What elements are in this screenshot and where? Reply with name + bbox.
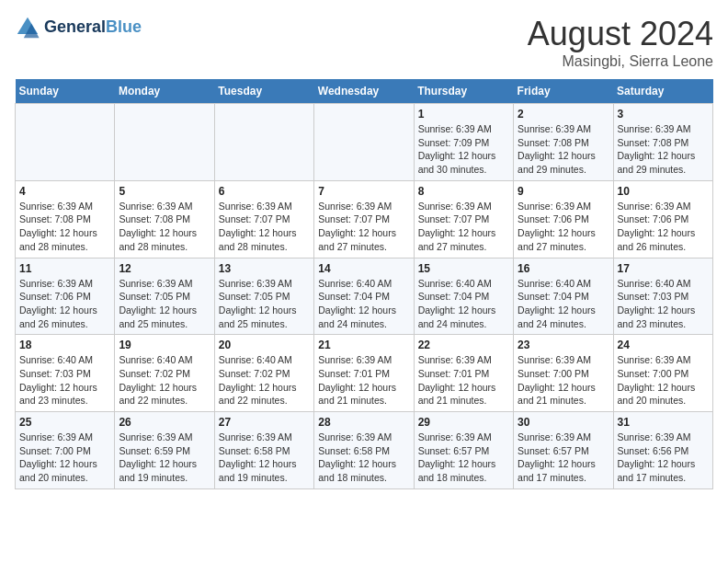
calendar-week-row: 4Sunrise: 6:39 AM Sunset: 7:08 PM Daylig… <box>16 180 713 258</box>
logo: GeneralBlue <box>15 15 142 40</box>
day-number: 14 <box>318 262 409 275</box>
calendar-week-row: 11Sunrise: 6:39 AM Sunset: 7:06 PM Dayli… <box>16 258 713 335</box>
calendar-cell: 2Sunrise: 6:39 AM Sunset: 7:08 PM Daylig… <box>514 104 613 181</box>
day-info: Sunrise: 6:40 AM Sunset: 7:03 PM Dayligh… <box>618 277 709 331</box>
month-year: August 2024 <box>528 15 713 53</box>
title-block: August 2024 Masingbi, Sierra Leone <box>528 15 713 70</box>
day-number: 8 <box>418 185 509 198</box>
day-number: 17 <box>618 262 709 275</box>
day-number: 18 <box>19 339 110 351</box>
day-number: 4 <box>19 185 110 198</box>
day-number: 23 <box>518 339 609 351</box>
day-info: Sunrise: 6:39 AM Sunset: 7:07 PM Dayligh… <box>219 200 310 254</box>
day-number: 24 <box>618 339 709 351</box>
day-number: 9 <box>518 185 609 198</box>
day-info: Sunrise: 6:39 AM Sunset: 7:06 PM Dayligh… <box>618 200 709 254</box>
day-info: Sunrise: 6:39 AM Sunset: 7:07 PM Dayligh… <box>418 200 509 254</box>
day-info: Sunrise: 6:40 AM Sunset: 7:02 PM Dayligh… <box>219 353 310 408</box>
calendar-cell: 30Sunrise: 6:39 AM Sunset: 6:57 PM Dayli… <box>514 412 613 489</box>
day-info: Sunrise: 6:40 AM Sunset: 7:03 PM Dayligh… <box>19 353 110 408</box>
calendar-cell: 21Sunrise: 6:39 AM Sunset: 7:01 PM Dayli… <box>314 335 414 412</box>
weekday-header: Saturday <box>613 79 712 104</box>
day-info: Sunrise: 6:39 AM Sunset: 6:58 PM Dayligh… <box>318 431 409 485</box>
day-number: 7 <box>318 185 409 198</box>
day-number: 16 <box>518 262 609 275</box>
calendar-cell <box>314 104 414 181</box>
calendar-cell: 13Sunrise: 6:39 AM Sunset: 7:05 PM Dayli… <box>214 258 313 335</box>
day-info: Sunrise: 6:39 AM Sunset: 6:57 PM Dayligh… <box>418 431 509 485</box>
day-info: Sunrise: 6:39 AM Sunset: 6:56 PM Dayligh… <box>618 431 709 485</box>
day-info: Sunrise: 6:40 AM Sunset: 7:04 PM Dayligh… <box>418 277 509 331</box>
day-number: 22 <box>418 339 509 351</box>
calendar-cell: 18Sunrise: 6:40 AM Sunset: 7:03 PM Dayli… <box>16 335 115 412</box>
calendar-week-row: 25Sunrise: 6:39 AM Sunset: 7:00 PM Dayli… <box>16 412 713 489</box>
weekday-header: Sunday <box>16 79 115 104</box>
day-info: Sunrise: 6:39 AM Sunset: 7:07 PM Dayligh… <box>318 200 409 254</box>
day-number: 26 <box>119 416 210 429</box>
calendar-cell: 9Sunrise: 6:39 AM Sunset: 7:06 PM Daylig… <box>514 180 613 258</box>
calendar-cell: 12Sunrise: 6:39 AM Sunset: 7:05 PM Dayli… <box>115 258 214 335</box>
day-info: Sunrise: 6:39 AM Sunset: 7:06 PM Dayligh… <box>518 200 609 254</box>
day-info: Sunrise: 6:39 AM Sunset: 6:57 PM Dayligh… <box>518 431 609 485</box>
day-info: Sunrise: 6:39 AM Sunset: 7:05 PM Dayligh… <box>119 277 210 331</box>
calendar-cell: 15Sunrise: 6:40 AM Sunset: 7:04 PM Dayli… <box>414 258 513 335</box>
calendar-cell: 22Sunrise: 6:39 AM Sunset: 7:01 PM Dayli… <box>414 335 513 412</box>
calendar-cell: 16Sunrise: 6:40 AM Sunset: 7:04 PM Dayli… <box>514 258 613 335</box>
day-info: Sunrise: 6:39 AM Sunset: 7:08 PM Dayligh… <box>19 200 110 254</box>
calendar-cell: 17Sunrise: 6:40 AM Sunset: 7:03 PM Dayli… <box>613 258 712 335</box>
calendar-cell: 27Sunrise: 6:39 AM Sunset: 6:58 PM Dayli… <box>214 412 313 489</box>
day-number: 2 <box>518 108 609 121</box>
day-number: 29 <box>418 416 509 429</box>
day-info: Sunrise: 6:39 AM Sunset: 6:58 PM Dayligh… <box>219 431 310 485</box>
day-info: Sunrise: 6:39 AM Sunset: 7:08 PM Dayligh… <box>618 122 709 177</box>
calendar-cell: 19Sunrise: 6:40 AM Sunset: 7:02 PM Dayli… <box>115 335 214 412</box>
day-info: Sunrise: 6:39 AM Sunset: 7:06 PM Dayligh… <box>19 277 110 331</box>
weekday-header-row: SundayMondayTuesdayWednesdayThursdayFrid… <box>16 79 713 104</box>
day-number: 19 <box>119 339 210 351</box>
day-info: Sunrise: 6:39 AM Sunset: 7:09 PM Dayligh… <box>418 122 509 177</box>
calendar-week-row: 18Sunrise: 6:40 AM Sunset: 7:03 PM Dayli… <box>16 335 713 412</box>
calendar-cell: 6Sunrise: 6:39 AM Sunset: 7:07 PM Daylig… <box>214 180 313 258</box>
day-number: 31 <box>618 416 709 429</box>
day-info: Sunrise: 6:40 AM Sunset: 7:04 PM Dayligh… <box>318 277 409 331</box>
day-number: 20 <box>219 339 310 351</box>
calendar-cell: 20Sunrise: 6:40 AM Sunset: 7:02 PM Dayli… <box>214 335 313 412</box>
day-info: Sunrise: 6:39 AM Sunset: 7:01 PM Dayligh… <box>318 353 409 408</box>
weekday-header: Friday <box>514 79 613 104</box>
day-info: Sunrise: 6:39 AM Sunset: 6:59 PM Dayligh… <box>119 431 210 485</box>
day-number: 27 <box>219 416 310 429</box>
page-header: GeneralBlue August 2024 Masingbi, Sierra… <box>15 15 713 70</box>
calendar-cell: 31Sunrise: 6:39 AM Sunset: 6:56 PM Dayli… <box>613 412 712 489</box>
day-number: 25 <box>19 416 110 429</box>
day-number: 12 <box>119 262 210 275</box>
day-info: Sunrise: 6:39 AM Sunset: 7:00 PM Dayligh… <box>19 431 110 485</box>
logo-icon <box>15 15 40 40</box>
calendar-week-row: 1Sunrise: 6:39 AM Sunset: 7:09 PM Daylig… <box>16 104 713 181</box>
location: Masingbi, Sierra Leone <box>528 53 713 70</box>
weekday-header: Monday <box>115 79 214 104</box>
calendar-cell <box>214 104 313 181</box>
weekday-header: Tuesday <box>214 79 313 104</box>
weekday-header: Thursday <box>414 79 513 104</box>
day-number: 13 <box>219 262 310 275</box>
day-number: 15 <box>418 262 509 275</box>
calendar-cell: 29Sunrise: 6:39 AM Sunset: 6:57 PM Dayli… <box>414 412 513 489</box>
day-number: 1 <box>418 108 509 121</box>
calendar-cell: 26Sunrise: 6:39 AM Sunset: 6:59 PM Dayli… <box>115 412 214 489</box>
calendar-cell: 25Sunrise: 6:39 AM Sunset: 7:00 PM Dayli… <box>16 412 115 489</box>
calendar-cell: 11Sunrise: 6:39 AM Sunset: 7:06 PM Dayli… <box>16 258 115 335</box>
calendar-cell: 24Sunrise: 6:39 AM Sunset: 7:00 PM Dayli… <box>613 335 712 412</box>
calendar-cell: 4Sunrise: 6:39 AM Sunset: 7:08 PM Daylig… <box>16 180 115 258</box>
day-info: Sunrise: 6:40 AM Sunset: 7:04 PM Dayligh… <box>518 277 609 331</box>
calendar-cell <box>16 104 115 181</box>
day-number: 21 <box>318 339 409 351</box>
day-number: 3 <box>618 108 709 121</box>
day-number: 10 <box>618 185 709 198</box>
calendar-cell: 28Sunrise: 6:39 AM Sunset: 6:58 PM Dayli… <box>314 412 414 489</box>
day-number: 28 <box>318 416 409 429</box>
calendar-cell: 10Sunrise: 6:39 AM Sunset: 7:06 PM Dayli… <box>613 180 712 258</box>
weekday-header: Wednesday <box>314 79 414 104</box>
day-info: Sunrise: 6:39 AM Sunset: 7:01 PM Dayligh… <box>418 353 509 408</box>
day-info: Sunrise: 6:39 AM Sunset: 7:00 PM Dayligh… <box>618 353 709 408</box>
day-number: 5 <box>119 185 210 198</box>
